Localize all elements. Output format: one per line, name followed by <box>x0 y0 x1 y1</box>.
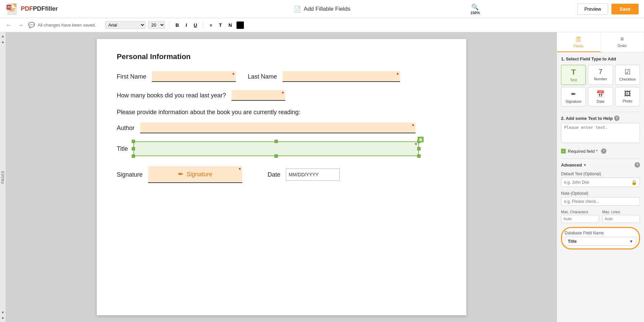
field-type-number[interactable]: 7 Number <box>588 65 613 85</box>
tab-order[interactable]: ≡ Order <box>601 32 644 52</box>
field-type-date[interactable]: 📅 Date <box>588 87 613 106</box>
preview-button[interactable]: Preview <box>577 3 608 15</box>
handle-bot-right[interactable] <box>417 154 421 158</box>
page-down-2[interactable]: ▼ <box>1 316 5 321</box>
field-type-photo[interactable]: 🖼 Photo <box>615 87 640 106</box>
tab-fields[interactable]: ☰ Fields <box>557 32 601 52</box>
note-input[interactable] <box>561 197 640 206</box>
date-field-icon: 📅 <box>596 90 605 98</box>
field-types-grid: T Text 7 Number ☑ Checkbox ✒ Signature 📅 <box>561 65 640 106</box>
form-title: Personal Information <box>117 52 446 61</box>
save-button[interactable]: Save <box>611 4 639 14</box>
autosave-message: All changes have been saved. <box>38 22 96 28</box>
required-star: * <box>596 149 598 154</box>
advanced-arrow-icon: ▼ <box>583 163 587 167</box>
max-lines-input[interactable] <box>602 215 640 223</box>
add-text-section: 2. Add some Text to Help ? <box>561 116 640 144</box>
italic-button[interactable]: I <box>184 21 189 29</box>
divider-2 <box>561 158 640 159</box>
field-type-checkbox[interactable]: ☑ Checkbox <box>615 65 640 85</box>
text-help-input[interactable] <box>561 123 640 143</box>
undo-button[interactable]: ← <box>4 21 13 30</box>
db-field-input[interactable] <box>568 239 625 244</box>
page-up-arrow[interactable]: ▲ <box>1 34 5 39</box>
fields-tab-label: Fields <box>574 44 584 48</box>
date-label: Date <box>268 171 281 178</box>
signature-field[interactable]: ✒ Signature * <box>148 166 242 183</box>
field-type-corner-icon: ▦ <box>418 137 424 142</box>
default-text-label: Default Text (Optional) <box>561 172 640 176</box>
required-help-icon[interactable]: ? <box>601 148 606 154</box>
right-panel-content: 1. Select Field Type to Add T Text 7 Num… <box>557 52 644 322</box>
note-group: Note (Optional) <box>561 191 640 206</box>
title-input[interactable] <box>133 141 419 156</box>
align-button[interactable]: ≡ <box>208 21 214 29</box>
author-input[interactable] <box>140 123 416 133</box>
font-size-select[interactable]: 20 <box>148 21 165 29</box>
redo-button[interactable]: → <box>16 21 26 30</box>
zoom-value: 150% <box>470 11 480 15</box>
font-family-select[interactable]: Arial <box>105 21 145 29</box>
signature-label: Signature <box>117 171 143 178</box>
document-page: Personal Information First Name * Last N… <box>97 39 466 315</box>
default-text-group: Default Text (Optional) 🔒 <box>561 172 640 187</box>
title-form-label: Title <box>117 145 128 152</box>
header-actions: 🔍 150% Preview Save <box>561 0 639 18</box>
lastname-input[interactable] <box>283 71 400 82</box>
name-row: First Name * Last Name * <box>117 71 446 82</box>
handle-bot-mid[interactable] <box>274 154 278 158</box>
handle-top-mid[interactable] <box>274 140 278 143</box>
title-row: Title * ▦ <box>117 141 446 156</box>
number-field-label: Number <box>594 77 607 81</box>
books-row: How many books did you read last year? * <box>117 90 446 101</box>
bold-button[interactable]: B <box>173 21 181 29</box>
text-style-button[interactable]: T <box>217 21 224 29</box>
autosave-icon: 💬 <box>28 22 35 28</box>
handle-mid-right[interactable] <box>417 147 421 150</box>
handle-top-left[interactable] <box>132 140 135 143</box>
note-label: Note (Optional) <box>561 191 640 196</box>
author-required-star: * <box>412 123 414 129</box>
advanced-help-icon[interactable]: ? <box>635 162 640 168</box>
required-checkbox[interactable]: ✓ <box>561 149 566 153</box>
section2-help-icon[interactable]: ? <box>614 116 619 121</box>
max-row: Max. Characters Max. Lines <box>561 210 640 223</box>
signature-pen-icon: ✒ <box>178 170 184 179</box>
author-row: Author * <box>117 123 446 133</box>
db-field-section: Database Field Name ▼ <box>561 227 640 249</box>
page-down-1[interactable]: ▼ <box>1 310 5 315</box>
signature-placeholder-text: Signature <box>186 171 212 178</box>
date-field[interactable]: MM/DD/YYYY <box>286 169 340 181</box>
toolbar: ← → 💬 All changes have been saved. Arial… <box>0 18 644 32</box>
books-input[interactable] <box>231 90 285 101</box>
order-tab-icon: ≡ <box>620 36 624 43</box>
max-chars-input[interactable] <box>561 215 599 223</box>
handle-mid-left[interactable] <box>132 147 135 150</box>
default-text-input[interactable] <box>564 180 629 185</box>
topbar: PDF PDFPDFfiller 📄 Add Fillable Fields 🔍… <box>0 0 644 18</box>
divider-1 <box>561 112 640 112</box>
max-lines-col: Max. Lines <box>602 210 640 223</box>
document-icon: 📄 <box>294 5 301 13</box>
photo-field-icon: 🖼 <box>624 90 631 98</box>
logo-text: PDFPDFfiller <box>21 5 58 12</box>
author-field: * <box>140 123 416 133</box>
field-type-text[interactable]: T Text <box>561 65 586 85</box>
page-up-2[interactable]: ▲ <box>1 39 5 44</box>
underline-button[interactable]: U <box>191 21 199 29</box>
field-type-signature[interactable]: ✒ Signature <box>561 87 586 106</box>
firstname-field: * <box>152 71 236 82</box>
author-label: Author <box>117 125 135 132</box>
books-label: How many books did you read last year? <box>117 92 226 99</box>
section2-title: 2. Add some Text to Help ? <box>561 116 640 121</box>
pages-label: PAGES <box>1 171 5 184</box>
advanced-toggle[interactable]: Advanced ▼ ? <box>561 162 640 168</box>
db-dropdown-arrow-icon[interactable]: ▼ <box>629 239 633 244</box>
pdffiller-logo-icon: PDF <box>5 2 19 16</box>
max-lines-label: Max. Lines <box>602 210 640 214</box>
handle-bot-left[interactable] <box>132 154 135 158</box>
zoom-icon: 🔍 <box>471 3 479 11</box>
firstname-input[interactable] <box>152 71 236 82</box>
color-swatch[interactable] <box>237 21 244 29</box>
text-n-button[interactable]: N <box>226 21 234 29</box>
